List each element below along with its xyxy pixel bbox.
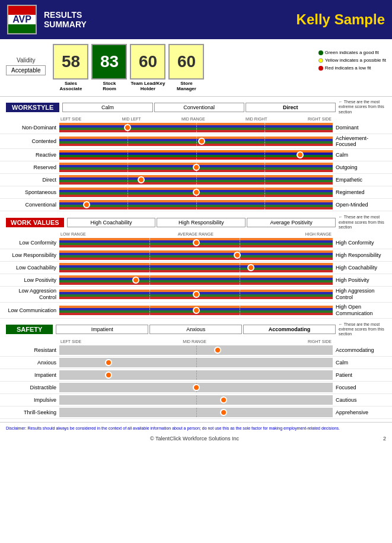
safety-scale-impatient: Impatient <box>56 325 148 334</box>
score-box-teamlead: 60 <box>130 44 165 80</box>
workstyle-scale-calm: Calm <box>62 103 152 112</box>
score-label-sales: SalesAssociate <box>60 81 82 91</box>
safety-scale-anxious: Anxious <box>149 325 242 334</box>
summary-label: SUMMARY <box>44 20 87 29</box>
legend-block: Green indicates a good fit Yellow indica… <box>318 49 386 72</box>
header-title-block: RESULTS SUMMARY <box>44 10 87 29</box>
score-cards: 58 SalesAssociate 83 StockRoom 60 Team L… <box>53 44 313 91</box>
trait-row-reactive: Reactive Calm <box>0 149 392 161</box>
score-card-teamlead: 60 Team Lead/KeyHolder <box>130 44 165 91</box>
validity-value: Acceptable <box>6 65 46 75</box>
trait-row-resistant: Resistant Accommodating <box>0 344 392 357</box>
safety-scale-accommodating: Accommodating <box>243 325 336 334</box>
trait-row-direct: Direct Empathetic <box>0 174 392 186</box>
trait-row-aggression: Low AggressionControl High AggressionCon… <box>0 287 392 303</box>
copyright: © TalentClick Workforce Solutions Inc <box>6 436 383 442</box>
trait-row-conformity: Low Conformity High Conformity <box>0 237 392 249</box>
ws-pos-midrange: MID RANGE <box>181 117 205 121</box>
wv-pos-low: LOW RANGE <box>60 232 86 236</box>
scores-section: Validity Acceptable 58 SalesAssociate 83… <box>0 39 392 97</box>
candidate-name: Kelly Sample <box>297 11 385 28</box>
safety-pos-right: RIGHT SIDE <box>308 339 332 344</box>
ws-pos-left: LEFT SIDE <box>60 117 81 121</box>
legend-red: Red indicates a low fit <box>318 65 386 71</box>
trait-row-impatient: Impatient Patient <box>0 369 392 382</box>
legend-green: Green indicates a good fit <box>318 50 386 55</box>
score-label-stock: StockRoom <box>103 81 116 91</box>
validity-block: Validity Acceptable <box>6 57 46 75</box>
score-box-sales: 58 <box>53 44 88 80</box>
trait-row-responsibility: Low Responsibility High Responsibility <box>0 249 392 262</box>
score-box-store: 60 <box>168 44 204 80</box>
safety-note: ← These are the most extreme scores from… <box>339 322 386 337</box>
wv-scale-coachability: High Coachability <box>67 218 156 227</box>
trait-row-coachability: Low Coachability High Coachability <box>0 262 392 274</box>
validity-label: Validity <box>17 57 36 63</box>
header: AVP RESULTS SUMMARY Kelly Sample <box>0 0 392 39</box>
score-box-stock: 83 <box>91 44 127 80</box>
wv-scale-responsibility: High Responsibility <box>157 218 246 227</box>
score-label-store: StoreManager <box>177 81 196 91</box>
safety-title: SAFETY <box>6 325 53 334</box>
workstyle-note: ← These are the most extreme scores from… <box>339 100 386 115</box>
workstyle-section: WORKSTYLE Calm Conventional Direct ← The… <box>0 98 392 211</box>
score-card-sales: 58 SalesAssociate <box>53 44 88 91</box>
work-values-section: WORK VALUES High Coachability High Respo… <box>0 213 392 318</box>
trait-row-thrillseeking: Thrill-Seeking Apprehensive <box>0 407 392 419</box>
ws-pos-midright: MID RIGHT <box>246 117 267 121</box>
wv-pos-avg: AVERAGE RANGE <box>178 232 213 236</box>
wv-pos-high: HIGH RANGE <box>305 232 332 236</box>
score-card-store: 60 StoreManager <box>168 44 204 91</box>
trait-row-communication: Low Communication High OpenCommunication <box>0 303 392 319</box>
avp-logo-text: AVP <box>12 14 31 25</box>
trait-row-nondominant: Non-Dominant Dominant <box>0 122 392 134</box>
ws-pos-right: RIGHT SIDE <box>308 117 332 121</box>
legend-yellow: Yellow indicates a possible fit <box>318 58 386 63</box>
page-number: 2 <box>383 436 386 442</box>
trait-row-conventional: Conventional Open-Minded <box>0 199 392 211</box>
score-card-stock: 83 StockRoom <box>91 44 127 91</box>
wv-note: ← These are the most extreme scores from… <box>339 215 386 230</box>
score-label-teamlead: Team Lead/KeyHolder <box>130 81 165 91</box>
workstyle-scale-conventional: Conventional <box>154 103 244 112</box>
trait-row-impulsive: Impulsive Cautious <box>0 394 392 407</box>
avp-logo: AVP <box>7 5 37 34</box>
disclaimer: Disclaimer: Results should always be con… <box>0 422 392 434</box>
safety-pos-mid: MID RANGE <box>183 339 206 344</box>
safety-pos-left: LEFT SIDE <box>60 339 81 344</box>
trait-row-contented: Contented Achievement-Focused <box>0 134 392 149</box>
workvalues-title: WORK VALUES <box>6 218 64 227</box>
wv-scale-positivity: Average Positivity <box>247 218 336 227</box>
trait-row-positivity: Low Positivity High Positivity <box>0 274 392 287</box>
workstyle-scale-direct: Direct <box>246 103 336 112</box>
trait-row-anxious: Anxious Calm <box>0 357 392 369</box>
trait-row-distractible: Distractible Focused <box>0 382 392 394</box>
workstyle-title: WORKSTYLE <box>6 103 59 112</box>
trait-row-reserved: Reserved Outgoing <box>0 161 392 174</box>
trait-row-spontaneous: Spontaneous Regimented <box>0 186 392 199</box>
ws-pos-midleft: MID LEFT <box>122 117 141 121</box>
results-label: RESULTS <box>44 10 87 20</box>
safety-section: SAFETY Impatient Anxious Accommodating ←… <box>0 320 392 419</box>
